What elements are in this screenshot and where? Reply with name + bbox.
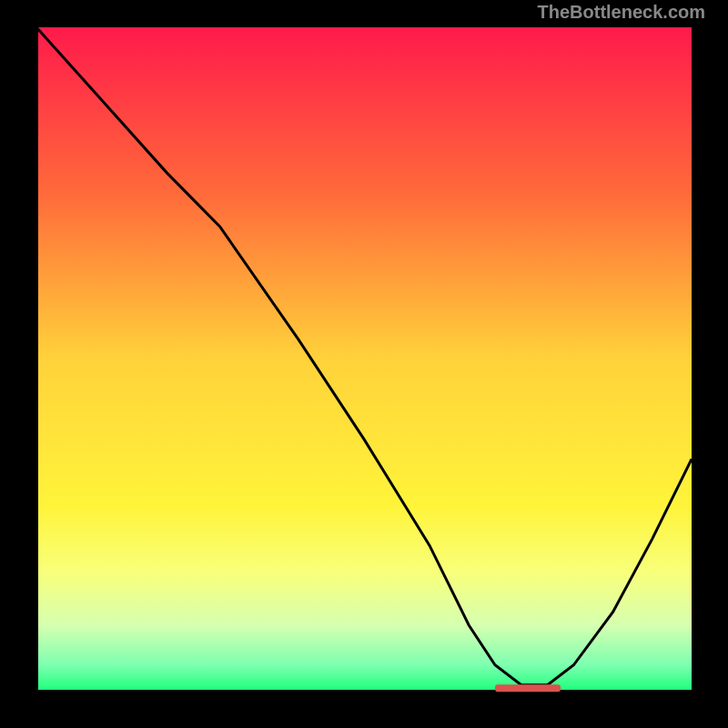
optimal-marker [495, 684, 561, 692]
bottleneck-chart [18, 18, 710, 710]
plot-background [36, 27, 692, 692]
watermark-text: TheBottleneck.com [538, 2, 705, 23]
